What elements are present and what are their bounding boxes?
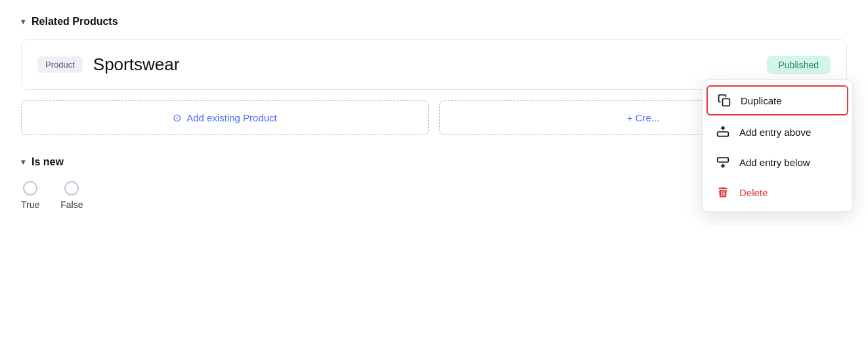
add-existing-label: Add existing Product: [186, 112, 277, 123]
product-status-badge: Published: [767, 56, 831, 74]
create-label: + Cre...: [627, 112, 660, 123]
menu-item-add-above[interactable]: Add entry above: [703, 117, 852, 147]
menu-item-add-below[interactable]: Add entry below: [703, 147, 852, 177]
context-menu: Duplicate Add entry above Ad: [702, 79, 853, 212]
menu-item-duplicate-label: Duplicate: [741, 95, 782, 106]
product-left: Product Sportswear: [37, 54, 179, 75]
section-title: Related Products: [32, 16, 118, 28]
link-icon: ⊙: [173, 112, 181, 124]
delete-icon: [716, 186, 730, 199]
radio-true-circle[interactable]: [23, 181, 37, 196]
svg-rect-0: [723, 99, 730, 106]
svg-rect-1: [718, 132, 729, 136]
product-type-badge: Product: [37, 56, 83, 73]
product-name: Sportswear: [93, 54, 180, 75]
add-above-icon: [716, 125, 730, 138]
add-below-icon: [716, 156, 730, 169]
svg-rect-4: [718, 157, 729, 162]
duplicate-icon: [717, 94, 731, 107]
add-existing-button[interactable]: ⊙ Add existing Product: [21, 100, 429, 135]
product-card: Product Sportswear Published Duplicate: [21, 39, 847, 90]
menu-item-duplicate[interactable]: Duplicate: [706, 85, 848, 115]
radio-false[interactable]: False: [60, 181, 83, 210]
radio-false-label: False: [60, 199, 83, 210]
menu-item-add-above-label: Add entry above: [739, 127, 811, 138]
chevron-icon[interactable]: ▾: [21, 17, 25, 26]
is-new-title: Is new: [32, 156, 64, 168]
radio-false-circle[interactable]: [64, 181, 79, 196]
menu-item-delete[interactable]: Delete: [703, 177, 852, 207]
menu-item-add-below-label: Add entry below: [739, 157, 810, 168]
related-products-header: ▾ Related Products: [21, 16, 847, 28]
is-new-chevron-icon[interactable]: ▾: [21, 157, 25, 167]
radio-true-label: True: [21, 199, 39, 210]
radio-true[interactable]: True: [21, 181, 39, 210]
menu-item-delete-label: Delete: [739, 187, 768, 198]
